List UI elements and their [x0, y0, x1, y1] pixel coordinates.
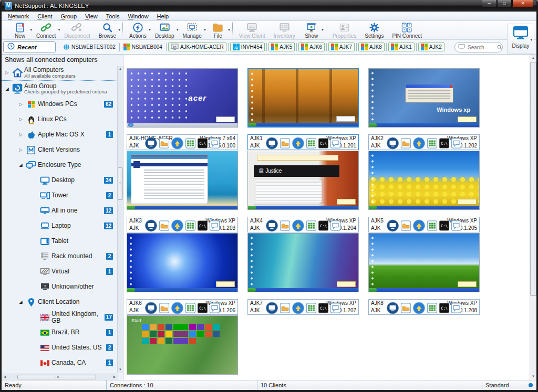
- file-button[interactable]: ▾File: [206, 21, 230, 39]
- sidebar-item-all-computers[interactable]: ▷All ComputersAll available computers: [2, 65, 117, 81]
- scrollbar-thumb[interactable]: [118, 167, 123, 200]
- tab-invh454[interactable]: 64INVH454: [230, 43, 265, 51]
- deploy-icon[interactable]: [413, 219, 426, 232]
- new-button[interactable]: ▾New: [8, 21, 32, 39]
- deploy-icon[interactable]: [292, 219, 305, 232]
- inventory-grid-icon[interactable]: [306, 303, 317, 313]
- inventory-grid-icon[interactable]: [306, 138, 317, 149]
- chat-icon[interactable]: [451, 138, 462, 149]
- view-icon[interactable]: [266, 219, 278, 232]
- command-prompt-icon[interactable]: C:\: [318, 138, 329, 149]
- sidebar-horizontal-scrollbar[interactable]: ◀ ▶: [2, 374, 118, 380]
- inventory-grid-icon[interactable]: [306, 220, 317, 231]
- client-thumbnail[interactable]: [368, 151, 480, 210]
- menu-item-window[interactable]: Window: [123, 13, 152, 19]
- sidebar-item-auto-group[interactable]: ◢Auto GroupClients grouped by predefined…: [2, 81, 117, 97]
- inventory-grid-icon[interactable]: [427, 303, 438, 313]
- restore-button[interactable]: □: [497, 0, 512, 8]
- scroll-down-icon[interactable]: ▼: [118, 367, 123, 373]
- file-transfer-icon[interactable]: [280, 220, 291, 231]
- menu-item-network[interactable]: Network: [4, 13, 33, 19]
- view-icon[interactable]: [387, 137, 399, 150]
- command-prompt-icon[interactable]: C:\: [318, 303, 329, 313]
- client-thumbnail[interactable]: [247, 68, 359, 128]
- search-input[interactable]: [468, 45, 495, 50]
- deploy-icon[interactable]: [292, 302, 305, 314]
- inventory-grid-icon[interactable]: [185, 138, 196, 149]
- expand-arrow-icon[interactable]: ▷: [17, 132, 24, 137]
- view-icon[interactable]: [145, 137, 158, 150]
- desktop-button[interactable]: ▾Desktop: [151, 21, 179, 39]
- client-thumbnail[interactable]: [368, 233, 480, 292]
- chat-icon[interactable]: [451, 303, 462, 313]
- menu-item-tools[interactable]: Tools: [102, 13, 124, 19]
- command-prompt-icon[interactable]: C:\: [198, 303, 208, 313]
- file-transfer-icon[interactable]: [280, 138, 291, 149]
- scroll-up-icon[interactable]: ▲: [118, 66, 123, 72]
- sidebar-item-client-versions[interactable]: ▷Client Versions: [2, 142, 117, 157]
- collapse-arrow-icon[interactable]: ◢: [17, 300, 24, 304]
- sidebar-item-tablet[interactable]: Tablet: [2, 234, 117, 249]
- scrollbar-thumb[interactable]: [530, 62, 536, 296]
- deploy-icon[interactable]: [171, 219, 184, 232]
- show-button[interactable]: ▾Show: [299, 21, 324, 39]
- sidebar-vertical-scrollbar[interactable]: ▲ ▼: [117, 66, 123, 373]
- command-prompt-icon[interactable]: C:\: [198, 220, 208, 231]
- deploy-icon[interactable]: [292, 137, 305, 150]
- sidebar-item-linux-pcs[interactable]: ▷Linux PCs: [2, 112, 117, 127]
- deploy-icon[interactable]: [171, 137, 184, 150]
- tab-nslwebtest002[interactable]: NSLWEBTEST002: [61, 43, 118, 51]
- pin-connect-button[interactable]: ****PIN Connect: [388, 21, 426, 39]
- client-thumbnail[interactable]: acer: [127, 68, 238, 128]
- sidebar-item-all-in-one[interactable]: All in one12: [2, 203, 117, 218]
- sidebar-item-rack-mounted[interactable]: Rack mounted2: [2, 249, 117, 264]
- expand-arrow-icon[interactable]: ▷: [17, 117, 24, 122]
- menu-item-client[interactable]: Client: [33, 13, 56, 19]
- collapse-arrow-icon[interactable]: ◢: [17, 163, 24, 167]
- tab-ajk-home-acer[interactable]: 64AJK-HOME-ACER: [168, 43, 226, 51]
- sidebar-item-apple-mac-os-x[interactable]: ▷Apple Mac OS X1: [2, 127, 117, 142]
- actions-button[interactable]: ▾Actions: [125, 21, 151, 39]
- view-icon[interactable]: [266, 137, 278, 150]
- tab-ajk8[interactable]: AJK8: [358, 43, 385, 51]
- file-transfer-icon[interactable]: [159, 303, 170, 313]
- tab-ajk7[interactable]: AJK7: [328, 43, 355, 51]
- sidebar-item-tower[interactable]: Tower2: [2, 188, 117, 203]
- deploy-icon[interactable]: [413, 302, 426, 314]
- sidebar-item-virtual[interactable]: Virtual1: [2, 264, 117, 279]
- tab-ajk1[interactable]: AJK1: [388, 43, 415, 51]
- sidebar-item-brazil-br[interactable]: Brazil, BR1: [2, 325, 117, 340]
- command-prompt-icon[interactable]: C:\: [439, 138, 450, 149]
- inventory-grid-icon[interactable]: [185, 303, 196, 313]
- client-thumbnail[interactable]: [127, 233, 238, 292]
- collapse-arrow-icon[interactable]: ◢: [4, 87, 11, 91]
- chat-icon[interactable]: [451, 220, 462, 231]
- sidebar-item-client-location[interactable]: ◢Client Location: [2, 294, 117, 310]
- sidebar-item-united-states-us[interactable]: United States, US2: [2, 340, 117, 355]
- sidebar-item-united-kingdom-gb[interactable]: United Kingdom, GB17: [2, 310, 117, 325]
- client-thumbnail[interactable]: [247, 233, 359, 292]
- chat-icon[interactable]: [210, 138, 220, 149]
- chat-icon[interactable]: [210, 303, 220, 313]
- inventory-grid-icon[interactable]: [427, 220, 438, 231]
- main-vertical-scrollbar[interactable]: ▲ ▼: [530, 55, 536, 380]
- command-prompt-icon[interactable]: C:\: [198, 138, 208, 149]
- client-thumbnail[interactable]: Windows xp: [368, 68, 480, 128]
- menu-item-view[interactable]: View: [81, 13, 102, 19]
- expand-arrow-icon[interactable]: ▷: [17, 102, 24, 107]
- sidebar-item-windows-pcs[interactable]: ▷Windows PCs62: [2, 97, 117, 112]
- command-prompt-icon[interactable]: C:\: [439, 303, 450, 313]
- scroll-up-icon[interactable]: ▲: [530, 55, 536, 61]
- command-prompt-icon[interactable]: C:\: [318, 220, 329, 231]
- file-transfer-icon[interactable]: [159, 138, 170, 149]
- sidebar-item-laptop[interactable]: Laptop12: [2, 218, 117, 234]
- view-icon[interactable]: [387, 219, 399, 232]
- minimize-button[interactable]: ─: [482, 0, 496, 8]
- expand-arrow-icon[interactable]: ▷: [17, 147, 24, 152]
- chat-icon[interactable]: [330, 138, 341, 149]
- view-icon[interactable]: [145, 219, 158, 232]
- tab-recent[interactable]: Recent: [3, 41, 56, 52]
- client-thumbnail[interactable]: [127, 151, 238, 210]
- search-box[interactable]: [454, 42, 503, 52]
- deploy-icon[interactable]: [171, 302, 184, 314]
